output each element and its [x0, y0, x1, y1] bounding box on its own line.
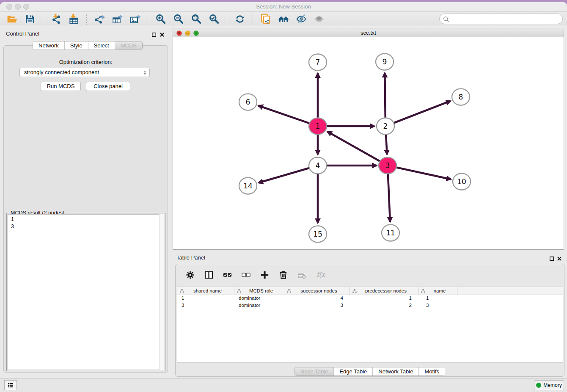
zoom-fit-icon[interactable]	[190, 13, 202, 25]
cell-shared-name[interactable]: 1	[177, 295, 234, 302]
app-window: Session: New Session Control Panel Optim…	[0, 2, 567, 392]
column-type-icon	[352, 288, 357, 293]
cell-successor-nodes[interactable]: 3	[284, 302, 350, 309]
node-10[interactable]: 10	[453, 174, 471, 190]
table-panel-float-icon[interactable]	[549, 256, 555, 262]
table-row[interactable]: 3dominator323	[177, 302, 563, 309]
save-floppy-icon[interactable]	[24, 13, 36, 25]
table-tab-group: Node TableEdge TableNetwork TableMotifs	[295, 367, 445, 376]
control-panel-float-icon[interactable]	[151, 32, 157, 38]
cell-predecessor-nodes[interactable]: 2	[350, 302, 418, 309]
cell-mcds-role[interactable]: dominator	[234, 302, 284, 309]
network-title: scc.txt	[173, 30, 564, 36]
uncheck-all-icon[interactable]	[240, 269, 252, 281]
tab-select[interactable]: Select	[88, 41, 115, 50]
gear-icon[interactable]	[184, 269, 196, 281]
toolbar-separator	[148, 14, 148, 25]
column-header-predecessor-nodes[interactable]: predecessor nodes	[350, 287, 418, 295]
criterion-dropdown[interactable]: strongly connected component	[19, 68, 150, 77]
column-header-mcds-role[interactable]: MCDS role	[234, 287, 284, 295]
table-tab-edge-table[interactable]: Edge Table	[333, 367, 372, 375]
cell-name[interactable]: 3	[418, 302, 457, 309]
edge-1-6[interactable]	[259, 106, 311, 124]
node-11[interactable]: 11	[382, 225, 399, 241]
export-table-icon[interactable]	[111, 13, 123, 25]
refresh-icon[interactable]	[234, 13, 246, 25]
table-tab-motifs[interactable]: Motifs	[418, 367, 445, 375]
cell-predecessor-nodes[interactable]: 1	[350, 295, 418, 302]
clone-network-icon[interactable]	[260, 13, 272, 25]
control-panel-close-icon[interactable]	[159, 32, 165, 38]
memory-label: Memory	[543, 382, 561, 388]
plus-icon[interactable]	[259, 269, 270, 281]
node-8[interactable]: 8	[452, 89, 470, 105]
table-tab-network-table[interactable]: Network Table	[372, 367, 418, 375]
network-canvas[interactable]: 7968124314101511	[173, 37, 564, 249]
cell-mcds-role[interactable]: dominator	[234, 295, 284, 302]
svg-text:15: 15	[313, 230, 322, 238]
memory-status-icon	[536, 383, 541, 388]
search-field[interactable]	[439, 14, 563, 24]
node-9[interactable]: 9	[376, 54, 394, 70]
check-all-icon[interactable]	[221, 269, 233, 281]
table-row[interactable]: 1dominator411	[177, 295, 563, 302]
node-15[interactable]: 15	[309, 226, 327, 243]
status-bar: Memory	[0, 378, 567, 392]
node-1[interactable]: 1	[309, 118, 327, 135]
column-header-shared-name[interactable]: shared name	[177, 287, 234, 295]
split-columns-icon[interactable]	[203, 269, 215, 281]
close-panel-button[interactable]: Close panel	[86, 82, 130, 91]
tab-style[interactable]: Style	[64, 41, 88, 50]
edge-3-11[interactable]	[388, 173, 390, 222]
zoom-selected-icon[interactable]	[208, 13, 220, 25]
tab-mcds[interactable]: MCDS	[115, 41, 142, 50]
cell-shared-name[interactable]: 3	[177, 302, 234, 309]
network-graph[interactable]: 7968124314101511	[173, 37, 564, 249]
run-mcds-button[interactable]: Run MCDS	[41, 82, 81, 91]
edge-3-10[interactable]	[395, 167, 451, 179]
svg-text:11: 11	[386, 229, 395, 237]
column-header-successor-nodes[interactable]: successor nodes	[284, 287, 350, 295]
mcds-result-scrollbar[interactable]	[159, 214, 164, 370]
cell-successor-nodes[interactable]: 4	[284, 295, 350, 302]
svg-text:9: 9	[383, 58, 387, 66]
node-2[interactable]: 2	[377, 118, 394, 135]
import-table-icon[interactable]	[68, 13, 80, 25]
open-folder-icon[interactable]	[6, 13, 18, 25]
houses-icon[interactable]	[278, 13, 289, 25]
export-image-icon[interactable]	[129, 13, 141, 25]
zoom-in-icon[interactable]	[155, 13, 167, 25]
node-4[interactable]: 4	[309, 157, 327, 174]
svg-text:1: 1	[316, 122, 320, 130]
node-3[interactable]: 3	[379, 157, 396, 174]
eye-slash-icon[interactable]	[295, 13, 307, 25]
edge-2-8[interactable]	[393, 101, 451, 123]
tab-network[interactable]: Network	[33, 41, 64, 50]
node-7[interactable]: 7	[309, 54, 327, 71]
export-network-icon[interactable]	[94, 13, 105, 25]
cell-name[interactable]: 1	[418, 295, 457, 302]
main-toolbar	[0, 12, 567, 26]
zoom-out-icon[interactable]	[173, 13, 184, 25]
node-14[interactable]: 14	[239, 178, 257, 194]
search-input[interactable]	[449, 15, 562, 23]
mcds-result-text[interactable]: 1 3	[8, 214, 164, 370]
table-panel-title: Table Panel	[176, 254, 205, 261]
svg-text:6: 6	[246, 98, 250, 106]
column-type-icon	[179, 288, 184, 293]
table-panel-close-icon[interactable]	[556, 256, 562, 262]
column-header-name[interactable]: name	[418, 287, 457, 295]
trash-icon[interactable]	[277, 269, 289, 281]
svg-text:8: 8	[459, 93, 463, 101]
control-panel-tabs: NetworkStyleSelectMCDS	[33, 41, 143, 50]
main-toolbar-items	[3, 13, 328, 25]
node-6[interactable]: 6	[239, 94, 257, 110]
import-network-icon[interactable]	[50, 13, 62, 25]
edge-3-1[interactable]	[328, 132, 381, 162]
edge-2-3[interactable]	[386, 134, 387, 155]
table-tab-node-table[interactable]: Node Table	[295, 367, 334, 375]
memory-button[interactable]: Memory	[534, 380, 564, 390]
edge-4-14[interactable]	[259, 168, 311, 183]
task-history-button[interactable]	[4, 380, 17, 390]
edge-2-9[interactable]	[385, 73, 385, 119]
